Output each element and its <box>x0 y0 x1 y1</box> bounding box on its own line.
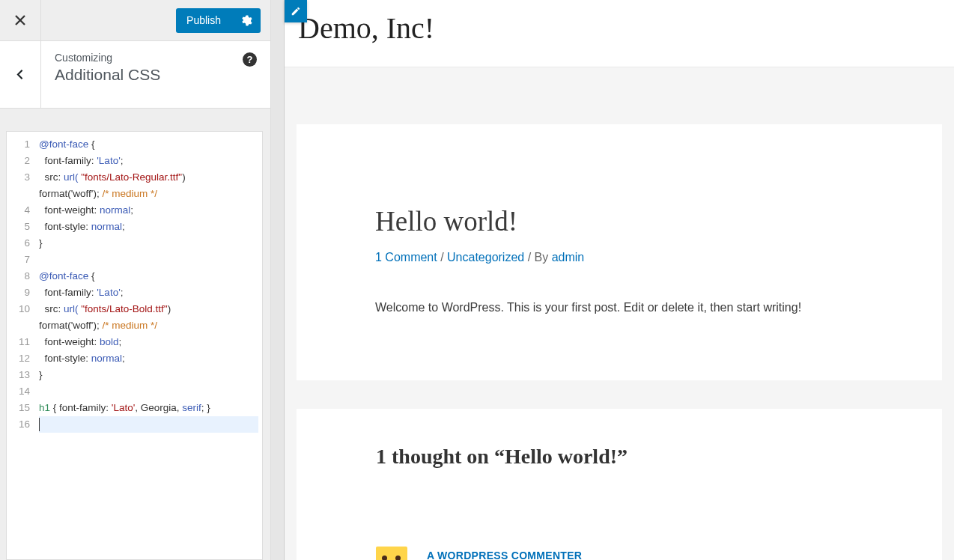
publish-button[interactable]: Publish <box>176 8 231 32</box>
post-body: Welcome to WordPress. This is your first… <box>375 297 852 317</box>
preview-divider <box>271 0 285 560</box>
header-actions: Publish <box>41 0 270 41</box>
code-content[interactable]: @font-face { font-family: 'Lato'; src: u… <box>35 132 262 437</box>
publish-settings-button[interactable] <box>231 8 261 33</box>
chevron-left-icon <box>14 68 27 81</box>
gear-icon <box>240 14 252 27</box>
css-editor[interactable]: 1 2 3 4 5 6 7 8 9 10 11 12 13 14 15 <box>6 131 263 560</box>
customizing-label: Customizing <box>55 52 255 64</box>
panel-header: Publish <box>0 0 270 41</box>
site-header: Demo, Inc! <box>285 0 954 67</box>
comment-item: A WORDPRESS COMMENTER <box>376 505 852 560</box>
comment-author[interactable]: A WORDPRESS COMMENTER <box>427 550 582 560</box>
comments-section: 1 thought on “Hello world!” A WORDPRESS … <box>297 409 942 560</box>
help-button[interactable]: ? <box>243 52 257 67</box>
close-button[interactable] <box>0 0 41 41</box>
section-header: Customizing Additional CSS ? <box>0 41 270 109</box>
post-meta: 1 Comment / Uncategorized / By admin <box>375 251 852 264</box>
publish-button-group: Publish <box>176 8 261 33</box>
section-heading: Customizing Additional CSS ? <box>41 41 270 108</box>
post: Hello world! 1 Comment / Uncategorized /… <box>297 124 942 380</box>
pencil-icon <box>291 6 301 16</box>
author-link[interactable]: admin <box>552 251 585 264</box>
category-link[interactable]: Uncategorized <box>447 251 524 264</box>
site-preview[interactable]: Demo, Inc! Hello world! 1 Comment / Unca… <box>271 0 954 560</box>
avatar <box>376 547 407 560</box>
comments-title: 1 thought on “Hello world!” <box>376 445 852 469</box>
edit-shortcut-button[interactable] <box>285 0 307 22</box>
line-gutter: 1 2 3 4 5 6 7 8 9 10 11 12 13 14 15 <box>7 132 35 437</box>
section-title: Additional CSS <box>55 66 255 84</box>
back-button[interactable] <box>0 41 41 108</box>
meta-sep: / <box>437 251 447 264</box>
post-title[interactable]: Hello world! <box>375 205 852 237</box>
close-icon <box>13 13 27 27</box>
comment-link[interactable]: 1 Comment <box>375 251 437 264</box>
site-title[interactable]: Demo, Inc! <box>298 10 941 46</box>
customizer-panel: Publish Customizing Additional CSS ? 1 <box>0 0 271 560</box>
by-text: / By <box>524 251 551 264</box>
